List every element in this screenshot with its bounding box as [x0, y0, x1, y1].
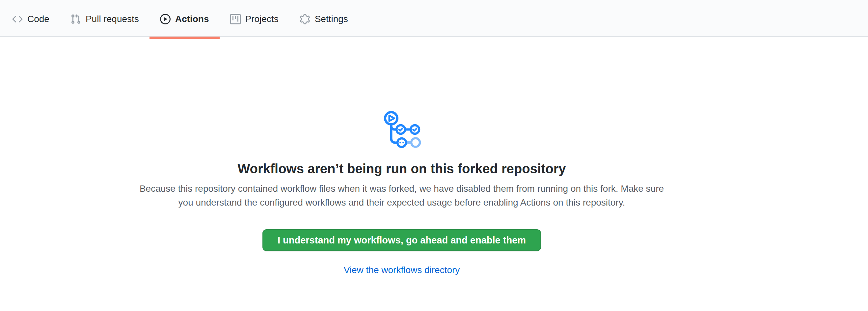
empty-state-title: Workflows aren’t being run on this forke… [0, 161, 803, 177]
repo-tab-nav: Code Pull requests Actions Projects Sett [0, 0, 868, 37]
tab-projects[interactable]: Projects [220, 2, 289, 36]
workflows-directory-link-row: View the workflows directory [0, 265, 803, 275]
code-icon [12, 14, 23, 24]
tab-code-label: Code [27, 14, 50, 24]
actions-empty-state: Workflows aren’t being run on this forke… [0, 110, 803, 275]
tab-settings-label: Settings [315, 14, 348, 24]
enable-workflows-button[interactable]: I understand my workflows, go ahead and … [262, 229, 541, 251]
project-icon [230, 14, 241, 24]
tab-actions-label: Actions [175, 14, 209, 24]
tab-actions[interactable]: Actions [150, 2, 220, 36]
gear-icon [300, 14, 310, 24]
actions-disabled-page: Code Pull requests Actions Projects Sett [0, 0, 868, 311]
view-workflows-directory-link[interactable]: View the workflows directory [344, 265, 460, 275]
play-icon [160, 14, 170, 24]
tab-code[interactable]: Code [2, 2, 60, 36]
tab-projects-label: Projects [245, 14, 279, 24]
tab-pull-requests[interactable]: Pull requests [60, 2, 150, 36]
tab-pull-requests-label: Pull requests [86, 14, 139, 24]
tab-settings[interactable]: Settings [289, 2, 359, 36]
git-pull-request-icon [70, 14, 81, 24]
workflow-graph-icon [382, 110, 422, 148]
empty-state-description: Because this repository contained workfl… [135, 182, 669, 210]
